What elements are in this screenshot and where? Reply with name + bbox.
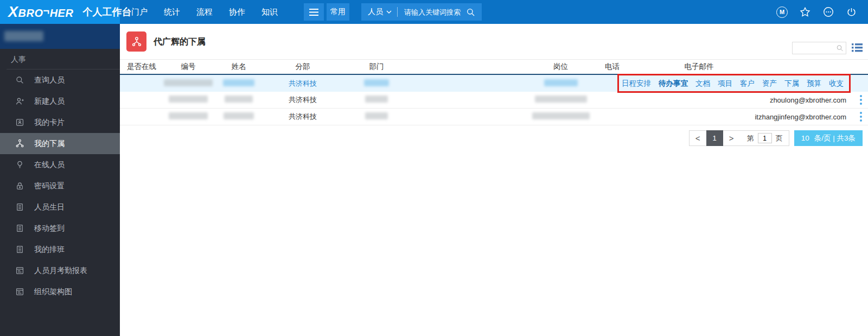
sidebar-item-label: 我的下属 bbox=[34, 139, 65, 149]
redacted-text bbox=[164, 79, 213, 86]
hamburger-menu-button[interactable] bbox=[304, 3, 324, 21]
kebab-icon bbox=[860, 112, 862, 114]
redacted-text bbox=[364, 79, 389, 86]
table-row[interactable]: 共济科技 日程安排 待办事宜 文档 项目 客户 资产 下属 预算 收支 bbox=[120, 75, 868, 92]
redacted-text bbox=[365, 112, 388, 119]
col-department: 部门 bbox=[341, 62, 412, 72]
sidebar-item-my-subordinates[interactable]: 我的下属 bbox=[0, 133, 120, 154]
cell-department bbox=[341, 79, 412, 88]
cell-name bbox=[213, 112, 264, 121]
sidebar-section-title: 人事 bbox=[0, 49, 120, 69]
page-jump-input[interactable] bbox=[758, 133, 772, 143]
action-todo[interactable]: 待办事宜 bbox=[659, 79, 688, 88]
redacted-text bbox=[544, 79, 578, 86]
frequent-button[interactable]: 常用 bbox=[327, 3, 349, 21]
nav-item-knowledge[interactable]: 知识 bbox=[260, 7, 279, 17]
sidebar-item-new-personnel[interactable]: 新建人员 bbox=[0, 91, 120, 112]
redacted-text bbox=[225, 96, 253, 103]
cell-position bbox=[524, 79, 597, 88]
action-documents[interactable]: 文档 bbox=[695, 79, 710, 88]
page-title: 代广辉的下属 bbox=[154, 36, 206, 48]
cell-name bbox=[213, 79, 264, 88]
sidebar-item-org-chart[interactable]: 组织架构图 bbox=[0, 281, 120, 302]
more-button[interactable] bbox=[822, 6, 834, 18]
favorites-button[interactable] bbox=[799, 6, 811, 18]
page-jump: 第 页 bbox=[740, 133, 789, 143]
app-logo[interactable]: XXBROTHERBRO¬HER 个人工作台 bbox=[0, 0, 120, 24]
col-email: 电子邮件 bbox=[627, 62, 771, 72]
col-online: 是否在线 bbox=[120, 62, 163, 72]
action-budget[interactable]: 预算 bbox=[807, 79, 821, 88]
sidebar-item-my-schedule[interactable]: 我的排班 bbox=[0, 239, 120, 260]
global-search-input[interactable] bbox=[403, 8, 464, 17]
sidebar-item-online-personnel[interactable]: 在线人员 bbox=[0, 154, 120, 175]
page-size-label: 条/页 | 共3条 bbox=[814, 134, 856, 143]
sidebar-header bbox=[0, 24, 120, 49]
action-customers[interactable]: 客户 bbox=[740, 79, 755, 88]
search-icon bbox=[15, 75, 25, 85]
cell-department bbox=[341, 96, 412, 104]
action-income-expense[interactable]: 收支 bbox=[829, 79, 844, 88]
cell-position bbox=[524, 112, 597, 121]
next-page-button[interactable]: > bbox=[723, 134, 740, 143]
sidebar-item-monthly-attendance-report[interactable]: 人员月考勤报表 bbox=[0, 260, 120, 281]
action-subordinates[interactable]: 下属 bbox=[784, 79, 799, 88]
redacted-text bbox=[169, 96, 208, 103]
cell-branch[interactable]: 共济科技 bbox=[264, 112, 341, 122]
cell-department bbox=[341, 112, 412, 121]
search-submit[interactable] bbox=[466, 8, 475, 17]
cell-branch[interactable]: 共济科技 bbox=[264, 95, 341, 105]
sidebar-item-password-settings[interactable]: 密码设置 bbox=[0, 175, 120, 196]
redacted-text bbox=[169, 112, 208, 119]
nav-item-collaboration[interactable]: 协作 bbox=[228, 7, 246, 17]
table-filter-input[interactable] bbox=[796, 44, 836, 53]
col-code: 编号 bbox=[163, 62, 213, 72]
product-name: 个人工作台 bbox=[82, 5, 131, 18]
search-category-dropdown[interactable]: 人员 bbox=[368, 7, 392, 17]
row-menu-button[interactable] bbox=[860, 112, 862, 122]
m-badge-icon[interactable]: M bbox=[776, 7, 788, 18]
top-nav: 门户 统计 流程 协作 知识 bbox=[130, 0, 293, 24]
sidebar-item-label: 密码设置 bbox=[34, 181, 65, 191]
main-content: 代广辉的下属 是否在线 编号 姓名 分部 部门 岗位 电话 电子邮件 bbox=[120, 24, 868, 336]
magnifier-icon[interactable] bbox=[836, 44, 844, 52]
page-size-selector[interactable]: 10 条/页 | 共3条 bbox=[794, 130, 863, 146]
page-jump-prefix: 第 bbox=[747, 134, 754, 143]
action-schedule[interactable]: 日程安排 bbox=[622, 79, 651, 88]
table-row[interactable]: 共济科技 zhoulong@xbrother.com bbox=[120, 92, 868, 109]
cell-email: itzhangjinfeng@xbrother.com bbox=[627, 113, 868, 121]
sidebar-item-label: 人员月考勤报表 bbox=[34, 266, 87, 276]
action-assets[interactable]: 资产 bbox=[762, 79, 777, 88]
table-header-row: 是否在线 编号 姓名 分部 部门 岗位 电话 电子邮件 bbox=[120, 60, 868, 75]
cell-position bbox=[524, 96, 597, 104]
col-phone: 电话 bbox=[597, 62, 627, 72]
table-row[interactable]: 共济科技 itzhangjinfeng@xbrother.com bbox=[120, 109, 868, 125]
redacted-text bbox=[535, 96, 587, 103]
current-page-button[interactable]: 1 bbox=[706, 130, 723, 146]
sidebar-item-label: 我的排班 bbox=[34, 245, 65, 255]
cell-code bbox=[163, 79, 213, 88]
logout-button[interactable] bbox=[846, 7, 857, 18]
search-category-label: 人员 bbox=[368, 7, 383, 17]
action-projects[interactable]: 项目 bbox=[718, 79, 732, 88]
sidebar-item-label: 移动签到 bbox=[34, 224, 65, 233]
row-menu-button[interactable] bbox=[860, 95, 862, 105]
prev-page-button[interactable]: < bbox=[690, 134, 706, 143]
nav-item-stats[interactable]: 统计 bbox=[163, 7, 181, 17]
hamburger-icon bbox=[309, 8, 319, 16]
cell-branch-link[interactable]: 共济科技 bbox=[264, 79, 341, 88]
document-icon bbox=[15, 202, 25, 212]
sidebar-item-birthdays[interactable]: 人员生日 bbox=[0, 196, 120, 218]
list-view-button[interactable] bbox=[852, 43, 863, 52]
nav-item-workflow[interactable]: 流程 bbox=[195, 7, 214, 17]
sidebar-item-label: 新建人员 bbox=[34, 97, 65, 106]
sidebar-item-my-card[interactable]: 我的卡片 bbox=[0, 112, 120, 133]
topbar-icons: M bbox=[776, 0, 868, 24]
sidebar-item-mobile-checkin[interactable]: 移动签到 bbox=[0, 218, 120, 239]
chevron-down-icon bbox=[386, 10, 392, 14]
user-add-icon bbox=[15, 96, 25, 106]
nav-item-portal[interactable]: 门户 bbox=[130, 7, 149, 17]
pagination-group: < 1 > 第 页 bbox=[689, 130, 789, 146]
sidebar-item-search-personnel[interactable]: 查询人员 bbox=[0, 69, 120, 91]
search-icon bbox=[466, 8, 475, 17]
